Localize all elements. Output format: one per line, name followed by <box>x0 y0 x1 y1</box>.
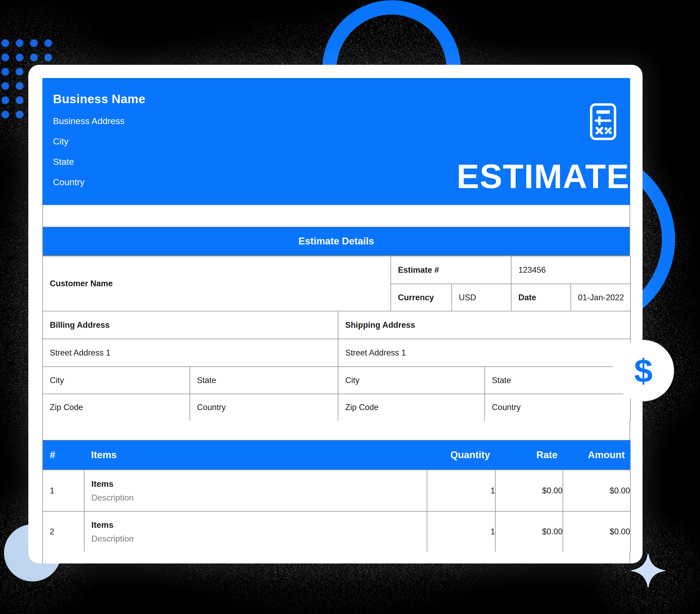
items-table: # Items Quantity Rate Amount 1 Items Des… <box>42 440 630 552</box>
billing-state: State <box>190 367 338 394</box>
billing-city: City <box>42 367 190 394</box>
currency-value: USD <box>452 284 511 311</box>
item-number: 1 <box>42 470 84 511</box>
items-header-rate: Rate <box>495 440 563 470</box>
item-row: 2 Items Description 1 $0.00 $0.00 <box>42 511 630 552</box>
item-amount: $0.00 <box>563 511 630 552</box>
business-address-block: Business Address City State Country <box>53 111 124 192</box>
item-name: Items <box>91 477 427 491</box>
business-address: Business Address <box>53 111 124 131</box>
business-country: Country <box>53 172 124 192</box>
shipping-state: State <box>485 367 630 394</box>
shipping-street: Street Address 1 <box>338 339 630 367</box>
customer-name-label: Customer Name <box>42 256 391 311</box>
estimate-document-card: Business Name Business Address City Stat… <box>28 65 642 563</box>
item-name: Items <box>91 518 427 532</box>
billing-shipping-table: Billing Address Shipping Address Street … <box>42 311 630 421</box>
item-cell: Items Description <box>84 470 427 511</box>
items-header-number: # <box>42 440 84 470</box>
billing-street: Street Address 1 <box>42 339 338 367</box>
estimate-details-section-bar: Estimate Details <box>42 227 630 256</box>
date-label: Date <box>511 284 571 311</box>
item-rate: $0.00 <box>495 511 563 552</box>
item-description: Description <box>91 532 427 546</box>
shipping-zip: Zip Code <box>338 394 485 421</box>
item-rate: $0.00 <box>495 470 563 511</box>
shipping-address-title: Shipping Address <box>338 311 630 339</box>
estimate-details-title: Estimate Details <box>298 236 374 247</box>
items-header-quantity: Quantity <box>427 440 495 470</box>
estimate-number-value: 123456 <box>511 256 630 284</box>
spacer-row <box>42 421 630 440</box>
dollar-badge: $ <box>613 340 674 401</box>
item-quantity: 1 <box>427 470 495 511</box>
business-header: Business Name Business Address City Stat… <box>42 78 630 205</box>
billing-country: Country <box>190 394 338 421</box>
document-type-title: ESTIMATE <box>457 159 629 193</box>
shipping-city: City <box>338 367 485 394</box>
business-state: State <box>53 152 124 172</box>
item-amount: $0.00 <box>563 470 630 511</box>
business-city: City <box>53 131 124 152</box>
estimate-number-label: Estimate # <box>391 256 511 284</box>
estimate-details-table: Customer Name Estimate # 123456 Currency… <box>42 256 630 311</box>
billing-address-title: Billing Address <box>42 311 338 339</box>
currency-label: Currency <box>391 284 452 311</box>
items-header-items: Items <box>84 440 427 470</box>
spacer-row <box>42 205 630 227</box>
shipping-country: Country <box>485 394 630 421</box>
item-number: 2 <box>42 511 84 552</box>
items-header-amount: Amount <box>563 440 630 470</box>
item-row: 1 Items Description 1 $0.00 $0.00 <box>42 470 630 511</box>
item-cell: Items Description <box>84 511 427 552</box>
calculator-icon <box>590 103 616 140</box>
estimate-template-page: Business Name Business Address City Stat… <box>0 0 700 614</box>
spacer-row <box>42 552 630 563</box>
item-description: Description <box>91 491 427 504</box>
dollar-icon: $ <box>634 352 653 390</box>
billing-zip: Zip Code <box>42 394 190 421</box>
business-name: Business Name <box>53 92 145 106</box>
item-quantity: 1 <box>427 511 495 552</box>
date-value: 01-Jan-2022 <box>571 284 630 311</box>
